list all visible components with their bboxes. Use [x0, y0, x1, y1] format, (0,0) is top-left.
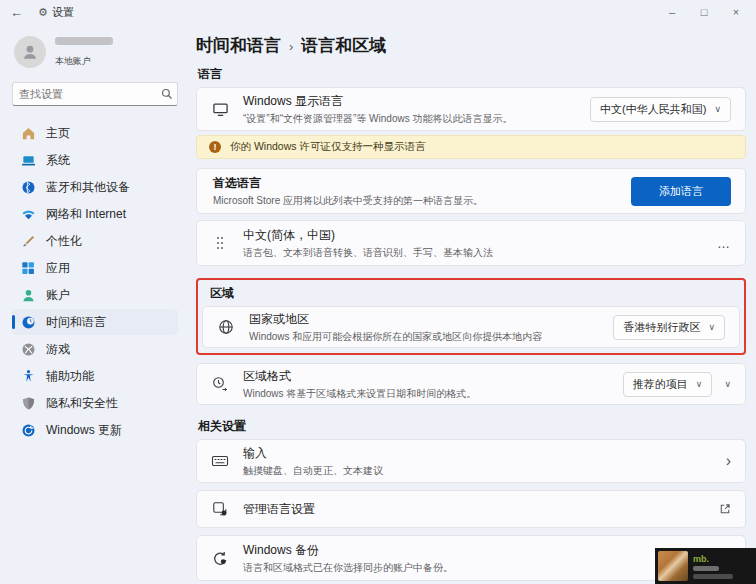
display-language-row: Windows 显示语言 “设置”和“文件资源管理器”等 Windows 功能将… — [196, 87, 746, 131]
expand-chevron-icon[interactable]: ∨ — [724, 379, 731, 389]
account-card[interactable]: 本地账户 — [14, 36, 178, 68]
sidebar-item-windows-update[interactable]: Windows 更新 — [12, 417, 178, 443]
sidebar-item-accounts[interactable]: 账户 — [12, 282, 178, 308]
windows-backup-title: Windows 备份 — [243, 542, 716, 559]
sidebar-item-label: 隐私和安全性 — [46, 395, 118, 412]
warning-icon: ! — [209, 141, 221, 153]
sidebar-item-apps[interactable]: 应用 — [12, 255, 178, 281]
typing-row[interactable]: 输入 触摸键盘、自动更正、文本建议 › — [196, 439, 746, 483]
sidebar: 本地账户 主页 系统 蓝牙和其 — [0, 24, 190, 584]
wifi-icon — [20, 206, 36, 222]
sidebar-item-personalization[interactable]: 个性化 — [12, 228, 178, 254]
close-button[interactable]: × — [720, 0, 752, 24]
external-link-icon — [719, 503, 731, 515]
chevron-down-icon: ∨ — [708, 322, 715, 332]
sidebar-item-label: Windows 更新 — [46, 422, 122, 439]
sidebar-item-label: 辅助功能 — [46, 368, 94, 385]
section-language: 语言 — [198, 66, 746, 83]
sidebar-item-home[interactable]: 主页 — [12, 120, 178, 146]
sidebar-item-system[interactable]: 系统 — [12, 147, 178, 173]
admin-language-settings-row[interactable]: 管理语言设置 — [196, 490, 746, 528]
sidebar-item-label: 网络和 Internet — [46, 206, 126, 223]
pip-overlay[interactable]: mb. — [655, 548, 756, 584]
breadcrumb-separator-icon: › — [289, 39, 293, 54]
search-box — [12, 82, 178, 106]
country-region-desc: Windows 和应用可能会根据你所在的国家或地区向你提供本地内容 — [249, 330, 613, 344]
gear-icon: ⚙ — [38, 6, 48, 19]
regional-format-desc: Windows 将基于区域格式来设置日期和时间的格式。 — [243, 387, 623, 401]
chevron-right-icon: › — [726, 452, 731, 470]
brush-icon — [20, 233, 36, 249]
sidebar-item-label: 主页 — [46, 125, 70, 142]
display-language-dropdown[interactable]: 中文(中华人民共和国) ∨ — [590, 97, 731, 122]
preferred-languages-row: 首选语言 Microsoft Store 应用将以此列表中受支持的第一种语言显示… — [196, 168, 746, 214]
sidebar-item-label: 应用 — [46, 260, 70, 277]
search-input[interactable] — [19, 88, 161, 100]
country-region-title: 国家或地区 — [249, 311, 613, 328]
preferred-languages-desc: Microsoft Store 应用将以此列表中受支持的第一种语言显示。 — [213, 194, 631, 208]
country-region-dropdown[interactable]: 香港特别行政区 ∨ — [613, 315, 725, 340]
laptop-icon — [20, 152, 36, 168]
settings-window: ← ⚙ 设置 – □ × 本地账户 — [0, 0, 756, 584]
sidebar-item-gaming[interactable]: 游戏 — [12, 336, 178, 362]
country-region-row: 国家或地区 Windows 和应用可能会根据你所在的国家或地区向你提供本地内容 … — [202, 306, 740, 348]
keyboard-icon — [211, 452, 229, 470]
update-icon — [20, 422, 36, 438]
drag-handle-icon[interactable] — [211, 236, 229, 250]
sidebar-item-label: 游戏 — [46, 341, 70, 358]
page-title: 语言和区域 — [301, 34, 386, 57]
language-item-title: 中文(简体，中国) — [243, 227, 717, 244]
apps-icon — [20, 260, 36, 276]
breadcrumb-parent[interactable]: 时间和语言 — [196, 34, 281, 57]
globe-icon — [217, 319, 235, 335]
accessibility-icon — [20, 368, 36, 384]
sidebar-item-label: 时间和语言 — [46, 314, 106, 331]
sidebar-item-bluetooth-devices[interactable]: 蓝牙和其他设备 — [12, 174, 178, 200]
typing-title: 输入 — [243, 445, 716, 462]
regional-format-dropdown[interactable]: 推荐的项目 ∨ — [623, 372, 713, 397]
typing-desc: 触摸键盘、自动更正、文本建议 — [243, 464, 716, 478]
sidebar-item-label: 个性化 — [46, 233, 82, 250]
pip-text-redacted — [693, 574, 733, 579]
chevron-down-icon: ∨ — [714, 104, 721, 114]
minimize-button[interactable]: – — [656, 0, 688, 24]
language-settings-icon — [211, 501, 229, 517]
bluetooth-icon — [20, 179, 36, 195]
sidebar-item-accessibility[interactable]: 辅助功能 — [12, 363, 178, 389]
sidebar-item-label: 账户 — [46, 287, 70, 304]
language-item-desc: 语言包、文本到语音转换、语音识别、手写、基本输入法 — [243, 246, 717, 260]
clock-globe-icon — [20, 314, 36, 330]
warning-text: 你的 Windows 许可证仅支持一种显示语言 — [230, 140, 425, 154]
country-region-value: 香港特别行政区 — [623, 320, 700, 335]
home-icon — [20, 125, 36, 141]
sidebar-item-privacy-security[interactable]: 隐私和安全性 — [12, 390, 178, 416]
maximize-button[interactable]: □ — [688, 0, 720, 24]
breadcrumb: 时间和语言 › 语言和区域 — [196, 34, 746, 57]
cat-thumbnail — [658, 551, 688, 581]
account-name-redacted — [55, 37, 113, 45]
sidebar-nav: 主页 系统 蓝牙和其他设备 网络和 Internet 个性化 — [12, 120, 178, 443]
more-options-icon[interactable]: … — [717, 236, 731, 251]
avatar — [14, 36, 46, 68]
titlebar: ← ⚙ 设置 – □ × — [0, 0, 756, 24]
window-title: 设置 — [52, 5, 74, 20]
language-item-row[interactable]: 中文(简体，中国) 语言包、文本到语音转换、语音识别、手写、基本输入法 … — [196, 220, 746, 266]
account-type-label: 本地账户 — [55, 56, 91, 66]
backup-sync-icon — [211, 550, 229, 567]
annotation-highlight-region: 区域 国家或地区 Windows 和应用可能会根据你所在的国家或地区向你提供本地… — [196, 278, 746, 355]
sidebar-item-time-language[interactable]: 时间和语言 — [12, 309, 178, 335]
display-language-value: 中文(中华人民共和国) — [600, 102, 706, 117]
chevron-down-icon: ∨ — [696, 379, 703, 389]
pip-username: mb. — [693, 554, 733, 564]
search-icon — [161, 88, 173, 100]
person-icon — [20, 287, 36, 303]
regional-format-row[interactable]: 区域格式 Windows 将基于区域格式来设置日期和时间的格式。 推荐的项目 ∨… — [196, 363, 746, 405]
sidebar-item-network[interactable]: 网络和 Internet — [12, 201, 178, 227]
regional-format-icon — [211, 376, 229, 392]
section-region: 区域 — [210, 285, 740, 302]
pip-text-redacted — [693, 566, 719, 571]
back-icon[interactable]: ← — [10, 5, 30, 20]
main-content: 时间和语言 › 语言和区域 语言 Windows 显示语言 “设置”和“文件资源… — [190, 24, 756, 584]
sidebar-item-label: 系统 — [46, 152, 70, 169]
add-language-button[interactable]: 添加语言 — [631, 177, 731, 206]
